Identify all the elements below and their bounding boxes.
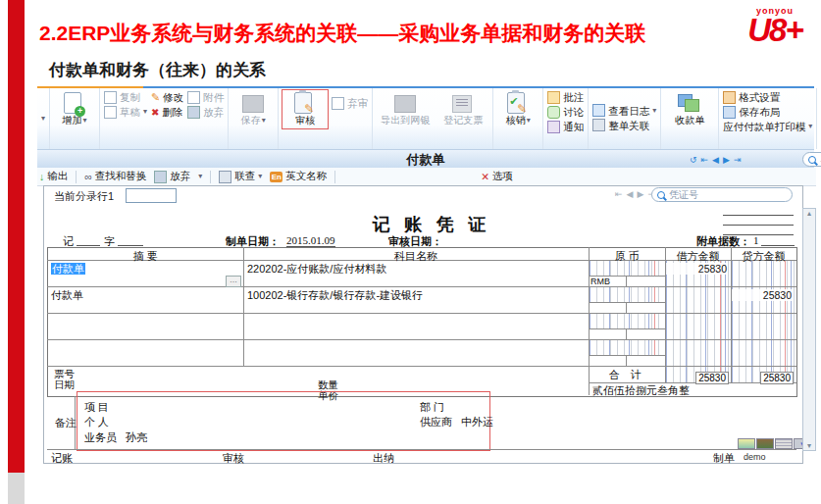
link-query-caret-icon: ▾ bbox=[258, 173, 262, 180]
table-line bbox=[589, 328, 665, 329]
footer-image-icon[interactable] bbox=[775, 438, 793, 449]
salesman-value: 孙亮 bbox=[126, 430, 147, 445]
maker-label: 制单 bbox=[713, 451, 735, 466]
annotate-button[interactable]: 批注 bbox=[547, 90, 584, 104]
last-record-icon[interactable]: ⇥ bbox=[734, 155, 742, 165]
slide-subtitle: 付款单和财务（往来）的关系 bbox=[49, 59, 266, 81]
attachment-label: 附件 bbox=[203, 90, 224, 104]
voucher-title: 记 账 凭 证 bbox=[324, 213, 539, 236]
draft-button[interactable]: 草稿▾ bbox=[104, 105, 147, 119]
discuss-label: 讨论 bbox=[563, 105, 584, 119]
add-button[interactable]: + 增加▾ bbox=[54, 90, 95, 126]
amount-in-words: 贰佰伍拾捌元叁角整 bbox=[592, 383, 690, 398]
next-voucher-icon[interactable]: ▶ bbox=[637, 189, 643, 199]
logo-product: U8+ bbox=[734, 16, 816, 45]
voucher-search-icon bbox=[657, 191, 665, 199]
table-line bbox=[243, 247, 244, 366]
unaudit-button[interactable]: 弃审 bbox=[332, 96, 368, 110]
copy-button[interactable]: 复制 bbox=[104, 90, 147, 104]
order-link-button[interactable]: 整单关联 bbox=[592, 119, 656, 132]
delete-x-icon: ✖ bbox=[151, 107, 159, 118]
format-settings-label: 格式设置 bbox=[739, 90, 780, 104]
link-query-button[interactable]: 联查▾ bbox=[219, 170, 262, 183]
table-line bbox=[626, 276, 627, 286]
receipt-button[interactable]: 收款单 bbox=[665, 90, 714, 126]
footer-image-icon[interactable] bbox=[756, 438, 774, 449]
format-settings-button[interactable]: 格式设置 bbox=[723, 90, 812, 104]
options-button[interactable]: ✕选项 bbox=[481, 170, 513, 183]
yonyou-u8-logo: yonyou U8+ bbox=[734, 6, 816, 45]
save-button[interactable]: 保存▾ bbox=[232, 90, 274, 126]
prev-voucher-icon[interactable]: ◀ bbox=[627, 189, 634, 199]
discard-button[interactable]: 放弃 bbox=[187, 105, 224, 119]
summary-cell-selected[interactable]: 付款单 bbox=[51, 263, 85, 275]
export-bank-icon bbox=[394, 95, 416, 113]
next-record-icon[interactable]: ▶ bbox=[723, 155, 730, 165]
modify-pencil-icon: ✎ bbox=[151, 92, 160, 103]
document-search-box[interactable]: 单据 bbox=[802, 152, 821, 167]
discard-caret-icon[interactable]: ▾ bbox=[198, 173, 202, 180]
voucher-nav: ⇤ ◀ ▶ ⇥ bbox=[615, 189, 655, 199]
bookkeeping-label: 记账 bbox=[51, 451, 73, 466]
quick-access-caret-icon[interactable]: ▾ bbox=[41, 115, 45, 123]
output-icon: ↓ bbox=[39, 171, 44, 182]
print-template-label: 应付付款单打印模 bbox=[723, 120, 805, 133]
save-caret-icon: ▾ bbox=[262, 117, 266, 125]
refresh-icon[interactable]: ↺ bbox=[690, 155, 697, 165]
first-voucher-icon[interactable]: ⇤ bbox=[615, 189, 623, 199]
footer-image-icon[interactable] bbox=[738, 438, 755, 449]
attachment-button[interactable]: 附件 bbox=[187, 90, 224, 104]
toolbar-divider bbox=[76, 171, 77, 183]
table-row-account[interactable]: 220202-应付账款/应付材料款 bbox=[247, 262, 386, 277]
currency-cell[interactable]: RMB bbox=[590, 277, 610, 286]
english-name-button[interactable]: En英文名称 bbox=[270, 170, 327, 183]
voucher-search-box[interactable]: 凭证号 bbox=[651, 187, 793, 202]
total-credit-value: 25830 bbox=[760, 372, 794, 384]
debit-amount-cell[interactable]: 25830 bbox=[666, 263, 727, 275]
dept-label: 部 门 bbox=[420, 400, 444, 415]
credit-amount-cell[interactable]: 25830 bbox=[732, 289, 792, 301]
notify-icon bbox=[547, 121, 560, 133]
register-check-label: 登记支票 bbox=[443, 115, 483, 126]
save-layout-button[interactable]: 保存布局 bbox=[723, 105, 812, 119]
writeoff-caret-icon: ▾ bbox=[527, 117, 531, 125]
view-log-button[interactable]: 查看日志▾ bbox=[592, 104, 656, 118]
discard-voucher-button[interactable]: 放弃 bbox=[154, 170, 190, 183]
prev-record-icon[interactable]: ◀ bbox=[712, 155, 719, 165]
table-row-account[interactable]: 100202-银行存款/银行存款-建设银行 bbox=[247, 288, 423, 303]
annotate-icon bbox=[547, 91, 560, 104]
register-check-button[interactable]: 登记支票 bbox=[437, 90, 488, 126]
discuss-button[interactable]: 讨论 bbox=[547, 105, 584, 119]
ledger-stripes bbox=[666, 314, 731, 339]
copy-label: 复制 bbox=[120, 90, 140, 104]
summary-lookup-button[interactable]: … bbox=[226, 276, 241, 287]
entry-line-input[interactable] bbox=[126, 188, 177, 203]
output-button[interactable]: ↓输出 bbox=[39, 170, 68, 183]
scroll-down-icon[interactable]: ▾ bbox=[807, 441, 811, 450]
scroll-up-icon[interactable]: ▴ bbox=[807, 209, 811, 218]
group-edit: 复制 草稿▾ ✎修改 ✖删除 附件 放弃 bbox=[100, 88, 229, 149]
table-row-summary[interactable]: 付款单 bbox=[51, 288, 83, 303]
export-bank-button[interactable]: 导出到网银 bbox=[377, 90, 434, 126]
notify-button[interactable]: 通知 bbox=[547, 120, 584, 133]
print-template-button[interactable]: 应付付款单打印模▾ bbox=[723, 120, 812, 133]
total-label: 合 计 bbox=[589, 368, 665, 382]
draft-label: 草稿 bbox=[120, 105, 140, 119]
table-line bbox=[47, 449, 796, 450]
vertical-scrollbar[interactable]: ▴ ▾ bbox=[802, 208, 816, 451]
discuss-icon bbox=[547, 106, 560, 119]
first-record-icon[interactable]: ⇤ bbox=[701, 155, 709, 165]
audit-label: 审核 bbox=[295, 115, 315, 126]
table-line bbox=[626, 328, 627, 339]
modify-button[interactable]: ✎修改 bbox=[151, 90, 183, 104]
signature-line bbox=[723, 215, 794, 216]
writeoff-clipboard-icon: ✔✎ bbox=[507, 92, 525, 114]
writeoff-button[interactable]: ✔✎ 核销▾ bbox=[497, 90, 539, 126]
table-line bbox=[626, 355, 627, 366]
order-link-label: 整单关联 bbox=[608, 119, 649, 132]
attach-count-value: 1 bbox=[753, 234, 759, 246]
ledger-stripes bbox=[732, 261, 795, 286]
audit-button[interactable]: ✎ 审核 bbox=[284, 90, 326, 126]
find-replace-button[interactable]: ∞查找和替换 bbox=[84, 170, 146, 183]
delete-button[interactable]: ✖删除 bbox=[151, 105, 183, 119]
